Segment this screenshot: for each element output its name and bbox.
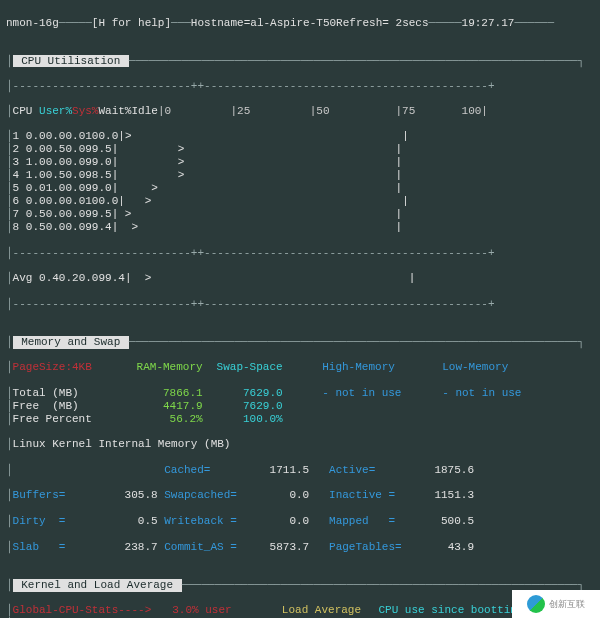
mem-box-top: │ Memory and Swap ──────────────────────… <box>6 336 594 349</box>
cpu-row: │6 0.00.00.0100.0| > | <box>6 195 594 208</box>
cpu-row: │2 0.00.50.099.5| > | <box>6 143 594 156</box>
title-bar: nmon-16g─────[H for help]───Hostname=al-… <box>6 17 594 30</box>
mem-k1: │ Cached=1711.5 Active=1875.6 <box>6 464 594 477</box>
nmon-screen[interactable]: nmon-16g─────[H for help]───Hostname=al-… <box>0 0 600 618</box>
cpu-row: │3 1.00.00.099.0| > | <box>6 156 594 169</box>
watermark-badge: 创新互联 <box>512 590 600 618</box>
cpu-box-top: │ CPU Utilisation ──────────────────────… <box>6 55 594 68</box>
cpu-row: │8 0.50.00.099.4| > | <box>6 221 594 234</box>
mem-k3: │Dirty =0.5 Writeback =0.0 Mapped =500.5 <box>6 515 594 528</box>
mem-rows: │Total (MB)7866.17629.0 - not in use- no… <box>6 387 594 426</box>
cpu-div-mid: │---------------------------++----------… <box>6 247 594 260</box>
cpu-row: │1 0.00.00.0100.0|> | <box>6 130 594 143</box>
cpu-row: │4 1.00.50.098.5| > | <box>6 169 594 182</box>
kernel-box-top: │ Kernel and Load Average ──────────────… <box>6 579 594 592</box>
cpu-rows: │1 0.00.00.0100.0|> |│2 0.00.50.099.5| >… <box>6 130 594 234</box>
mem-row: │Total (MB)7866.17629.0 - not in use- no… <box>6 387 594 400</box>
cpu-row: │5 0.01.00.099.0| > | <box>6 182 594 195</box>
mem-hdr: │PageSize:4KBRAM-MemorySwap-Space High-M… <box>6 361 594 374</box>
mem-row: │Free (MB)4417.97629.0 <box>6 400 594 413</box>
cpu-div-bot: │---------------------------++----------… <box>6 298 594 311</box>
mem-kernel-hdr: │Linux Kernel Internal Memory (MB) <box>6 438 594 451</box>
kernel-row: │Global-CPU-Stats---->3.0% user Load Ave… <box>6 604 594 617</box>
mem-row: │Free Percent56.2%100.0% <box>6 413 594 426</box>
cpu-header-row: │CPU User%Sys%Wait%Idle|0 |25 |50 |75 10… <box>6 105 594 118</box>
kernel-rows: │Global-CPU-Stats---->3.0% user Load Ave… <box>6 604 594 618</box>
cpu-avg-row: │Avg 0.40.20.099.4| > | <box>6 272 594 285</box>
cpu-divider-top: │---------------------------++----------… <box>6 80 594 93</box>
mem-k4: │Slab =238.7 Commit_AS =5873.7 PageTable… <box>6 541 594 554</box>
mem-k2: │Buffers=305.8 Swapcached=0.0 Inactive =… <box>6 489 594 502</box>
logo-icon <box>527 595 545 613</box>
cpu-row: │7 0.50.00.099.5| > | <box>6 208 594 221</box>
